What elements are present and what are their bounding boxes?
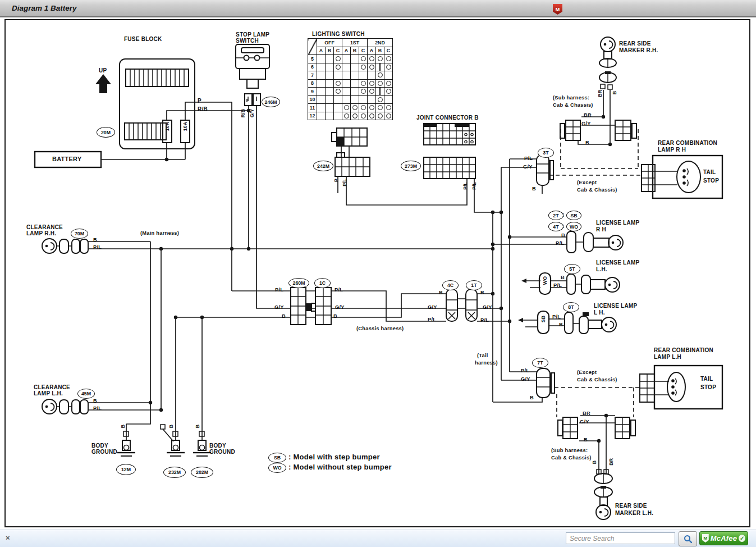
ground-b-3: B bbox=[195, 425, 201, 428]
sub-bot-b: B bbox=[584, 437, 588, 443]
legend-sb-symbol: SB bbox=[268, 453, 286, 463]
wire-p: P bbox=[198, 98, 201, 104]
c4-gy: G/Y bbox=[428, 304, 437, 311]
license-rh-1: LICENSE LAMP bbox=[596, 220, 639, 226]
ground-b-2: B bbox=[168, 425, 175, 428]
connector-12m: 12M bbox=[116, 464, 136, 475]
search-button[interactable] bbox=[679, 531, 697, 546]
connector-242m: 242M bbox=[313, 161, 333, 171]
joint-connector-b-label: JOINT CONNECTOR B bbox=[416, 115, 479, 121]
connector-1c: 1C bbox=[314, 278, 331, 288]
stop-lamp-label-2: SWITCH bbox=[236, 38, 259, 44]
t7-gy: G/Y bbox=[521, 376, 530, 382]
connector-273m: 273M bbox=[401, 161, 421, 171]
sub-top-b: B bbox=[585, 140, 589, 146]
ground-b-1: B bbox=[120, 425, 126, 428]
wire-rb: R/B bbox=[198, 106, 208, 112]
license-rh-2: R H bbox=[596, 226, 606, 233]
symbol-wo: WO bbox=[566, 222, 581, 231]
connector-2t: 2T bbox=[548, 211, 563, 220]
marker-bot-br: BR bbox=[608, 458, 615, 466]
llh2-b: B bbox=[559, 322, 563, 328]
connector-5t: 5T bbox=[564, 264, 580, 274]
connector-45m: 45M bbox=[77, 389, 95, 399]
mcafee-badge[interactable]: M McAfee ✓ bbox=[699, 531, 748, 545]
rear-comb-rh-1: REAR COMBINATION bbox=[658, 140, 717, 146]
license-lh2-2: L H. bbox=[594, 309, 605, 316]
sub-harness-bot-1: (Sub harness: bbox=[551, 448, 588, 454]
sub-harness-bot-2: Cab & Chassis) bbox=[551, 455, 592, 461]
search-input[interactable] bbox=[566, 532, 675, 544]
wire-pl-vert-3: P/L bbox=[471, 182, 478, 190]
marker-top-b: B bbox=[612, 91, 618, 94]
sub-top-gy: G/Y bbox=[581, 121, 591, 127]
legend-wo-symbol: WO bbox=[268, 463, 286, 473]
body-ground-r-2: GROUND bbox=[209, 449, 235, 455]
license-lh1-1: LICENSE LAMP bbox=[596, 259, 639, 266]
crh-pl: P/L bbox=[93, 244, 102, 250]
capsule-sb-label: SB bbox=[540, 316, 547, 322]
stop-lamp-label-1: STOP LAMP bbox=[236, 31, 269, 38]
close-icon[interactable]: × bbox=[6, 534, 10, 542]
colon-2: : bbox=[562, 223, 565, 229]
sub-harness-top-1: (Sub harness: bbox=[553, 95, 589, 101]
connector-246m: 246M bbox=[262, 97, 280, 107]
except-2a: (Except bbox=[577, 370, 597, 376]
crh-b: B bbox=[93, 237, 97, 243]
llh1-pl: P/L bbox=[553, 282, 562, 289]
c4-pl: P/L bbox=[428, 317, 436, 323]
up-label: UP bbox=[99, 67, 107, 74]
except-1b: Cab & Chassis) bbox=[577, 187, 617, 193]
main-harness-label: (Main harness) bbox=[140, 230, 179, 236]
tail-rh: TAIL bbox=[703, 169, 716, 175]
connector-4c: 4C bbox=[442, 280, 459, 290]
marker-top-br: BR bbox=[597, 90, 603, 97]
marker-lh-2: MARKER L.H. bbox=[615, 510, 653, 516]
t1-gy: G/Y bbox=[483, 304, 492, 311]
t3-pl: P/L bbox=[524, 156, 533, 162]
marker-lh-1: REAR SIDE bbox=[615, 503, 647, 509]
except-2b: Cab & Chassis) bbox=[577, 377, 617, 383]
wire-lines bbox=[57, 90, 677, 475]
check-icon: ✓ bbox=[739, 535, 745, 542]
chassis-harness-label: (Chassis harness) bbox=[356, 326, 404, 332]
wire-pl-vert-1: P/L bbox=[342, 179, 348, 186]
clearance-rh-2: LAMP R.H. bbox=[26, 230, 56, 236]
connector-1t: 1T bbox=[466, 280, 482, 290]
lrh-b: B bbox=[561, 233, 565, 239]
llh2-pl: P/L bbox=[552, 314, 561, 320]
connector-3t: 3T bbox=[538, 148, 554, 158]
wire-gy-vert: G/Y bbox=[249, 109, 255, 117]
connector-260m: 260M bbox=[288, 278, 309, 288]
t1-pl: P/L bbox=[480, 317, 489, 323]
clh-pl: P/L bbox=[93, 405, 102, 412]
capsule-wo-label: WO bbox=[542, 276, 548, 285]
junction-dots bbox=[149, 109, 612, 443]
battery-label: BATTERY bbox=[52, 156, 81, 162]
mcafee-badge-text: McAfee bbox=[711, 534, 737, 543]
marker-rh-1: REAR SIDE bbox=[619, 40, 651, 47]
rear-comb-lh-2: LAMP L.H bbox=[654, 354, 681, 360]
body-ground-l-1: BODY bbox=[91, 443, 108, 449]
c1-pl: P/L bbox=[335, 287, 343, 293]
search-icon bbox=[684, 535, 693, 544]
connector-7t: 7T bbox=[532, 358, 548, 368]
fuse-10a-1: 10A bbox=[164, 122, 171, 131]
rear-comb-lh-1: REAR COMBINATION bbox=[654, 347, 713, 353]
symbol-sb: SB bbox=[566, 211, 581, 220]
m260-pl: P/L bbox=[275, 287, 283, 293]
legend-sb-text: : Model with step bumper bbox=[288, 454, 380, 460]
wire-pl-vert-2: P/L bbox=[462, 182, 469, 190]
clearance-rh-1: CLEARANCE bbox=[26, 224, 63, 230]
sub-harness-top-2: Cab & Chassis) bbox=[553, 102, 593, 108]
c4-b: B bbox=[439, 290, 443, 296]
stop-lh: STOP bbox=[700, 384, 716, 390]
connector-20m: 20M bbox=[97, 127, 115, 138]
tail-harness-1: (Tail bbox=[477, 353, 488, 359]
t7-b: B bbox=[530, 395, 534, 401]
rear-comb-rh-2: LAMP R H bbox=[658, 147, 686, 153]
stop-rh: STOP bbox=[703, 177, 719, 184]
marker-bot-b: B bbox=[592, 461, 598, 464]
lighting-switch-title: LIGHTING SWITCH bbox=[312, 31, 365, 37]
fuse-block-label: FUSE BLOCK bbox=[124, 36, 162, 42]
